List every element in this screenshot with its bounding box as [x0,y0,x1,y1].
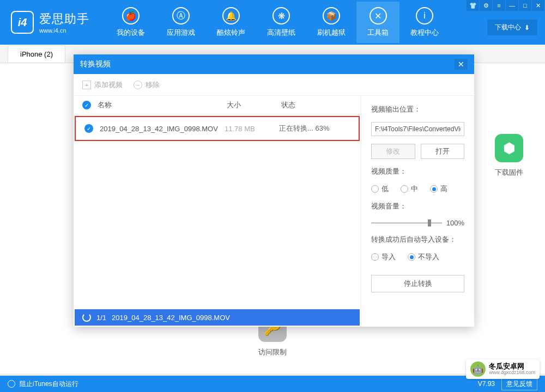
version-label: V7.93 [478,380,495,388]
nav-jailbreak[interactable]: 📦刷机越狱 [306,2,356,43]
download-icon: ⬇ [524,24,530,32]
col-status: 状态 [281,100,352,110]
maximize-button[interactable]: □ [519,0,532,11]
nav-tutorials[interactable]: i教程中心 [399,2,450,43]
app-url: www.i4.cn [39,27,89,34]
dialog-header: 转换视频 ✕ [74,54,474,74]
file-size: 11.78 MB [225,125,279,133]
status-bar: 阻止iTunes自动运行 V7.93 意见反馈 [0,376,545,392]
quality-label: 视频质量： [371,167,464,176]
plus-icon: + [82,81,91,89]
quality-low-radio[interactable]: 低 [371,184,389,194]
app-header: i4 爱思助手 www.i4.cn 🍎我的设备 Ⓐ应用游戏 🔔酷炫铃声 ❋高清壁… [0,0,545,45]
nav-my-device[interactable]: 🍎我的设备 [106,2,156,43]
import-yes-radio[interactable]: 导入 [371,252,396,262]
volume-label: 视频音量： [371,201,464,211]
nav-wallpapers[interactable]: ❋高清壁纸 [256,2,306,43]
bell-icon: 🔔 [222,7,240,24]
logo-area: i4 爱思助手 www.i4.cn [11,11,89,34]
cube-icon: ⬢ [495,134,523,162]
tool-download-firmware[interactable]: ⬢下载固件 [495,134,523,177]
import-no-radio[interactable]: 不导入 [408,252,439,262]
progress-count: 1/1 [96,314,106,322]
stop-convert-button[interactable]: 停止转换 [371,275,464,292]
android-icon: 🤖 [470,362,486,377]
wallpaper-icon: ❋ [272,7,290,24]
dialog-title: 转换视频 [80,59,111,69]
appstore-icon: Ⓐ [172,7,190,24]
menu-icon[interactable]: ≡ [493,0,506,11]
progress-bar: 1/1 2019_04_28_13_42_IMG_0998.MOV [75,309,360,326]
main-nav: 🍎我的设备 Ⓐ应用游戏 🔔酷炫铃声 ❋高清壁纸 📦刷机越狱 ✕工具箱 i教程中心 [106,2,450,43]
watermark-title: 冬瓜安卓网 [489,363,535,370]
minimize-button[interactable]: — [506,0,519,11]
watermark: 🤖 冬瓜安卓网 www.dgxcdz168.com [466,359,540,379]
app-logo-icon: i4 [11,11,34,34]
output-label: 视频输出位置： [371,105,464,114]
dialog-toolbar: +添加视频 −移除 [74,74,474,96]
nav-apps[interactable]: Ⓐ应用游戏 [156,2,206,43]
volume-value: 100% [446,219,464,227]
add-video-button[interactable]: +添加视频 [82,80,123,90]
quality-high-radio[interactable]: 高 [430,184,447,194]
output-path-input[interactable] [371,122,464,136]
volume-slider[interactable]: 100% [371,219,464,227]
settings-pane: 视频输出位置： 修改 打开 视频质量： 低 中 高 视频音量： 100% 转换成… [361,96,474,327]
shirt-icon[interactable]: 👕 [467,0,480,11]
open-button[interactable]: 打开 [421,144,465,159]
close-button[interactable]: ✕ [532,0,545,11]
progress-file: 2019_04_28_13_42_IMG_0998.MOV [112,314,230,322]
convert-video-dialog: 转换视频 ✕ +添加视频 −移除 ✓ 名称 大小 状态 ✓ 2019_04_28… [74,54,474,327]
spinner-icon [82,313,91,322]
col-size: 大小 [227,100,281,110]
tools-icon: ✕ [370,7,387,24]
titlebar-controls: 👕 ⚙ ≡ — □ ✕ [467,0,545,11]
modify-button[interactable]: 修改 [371,144,415,159]
download-center-button[interactable]: 下载中心 ⬇ [487,20,537,35]
info-icon: i [416,7,433,24]
watermark-url: www.dgxcdz168.com [489,370,535,376]
nav-toolbox[interactable]: ✕工具箱 [356,2,399,43]
row-checkbox[interactable]: ✓ [84,124,93,133]
remove-button[interactable]: −移除 [134,80,160,90]
status-circle-icon [8,380,15,388]
file-name: 2019_04_28_13_42_IMG_0998.MOV [100,125,225,133]
import-label: 转换成功后自动导入设备： [371,235,464,244]
apple-icon: 🍎 [122,7,140,24]
col-name: 名称 [98,100,227,110]
nav-ringtones[interactable]: 🔔酷炫铃声 [206,2,256,43]
slider-thumb[interactable] [428,219,431,226]
settings-icon[interactable]: ⚙ [480,0,493,11]
file-status: 正在转换... 63% [279,124,350,133]
itunes-block-label[interactable]: 阻止iTunes自动运行 [20,379,78,389]
quality-mid-radio[interactable]: 中 [401,184,418,194]
box-icon: 📦 [323,7,340,24]
table-header: ✓ 名称 大小 状态 [74,96,361,115]
app-title: 爱思助手 [39,11,89,27]
select-all-checkbox[interactable]: ✓ [82,101,91,109]
device-tab[interactable]: iPhone (2) [8,45,65,63]
dialog-close-button[interactable]: ✕ [455,59,468,70]
file-row[interactable]: ✓ 2019_04_28_13_42_IMG_0998.MOV 11.78 MB… [75,116,360,141]
feedback-button[interactable]: 意见反馈 [501,378,537,390]
file-list-pane: ✓ 名称 大小 状态 ✓ 2019_04_28_13_42_IMG_0998.M… [74,96,361,327]
minus-icon: − [134,81,142,89]
